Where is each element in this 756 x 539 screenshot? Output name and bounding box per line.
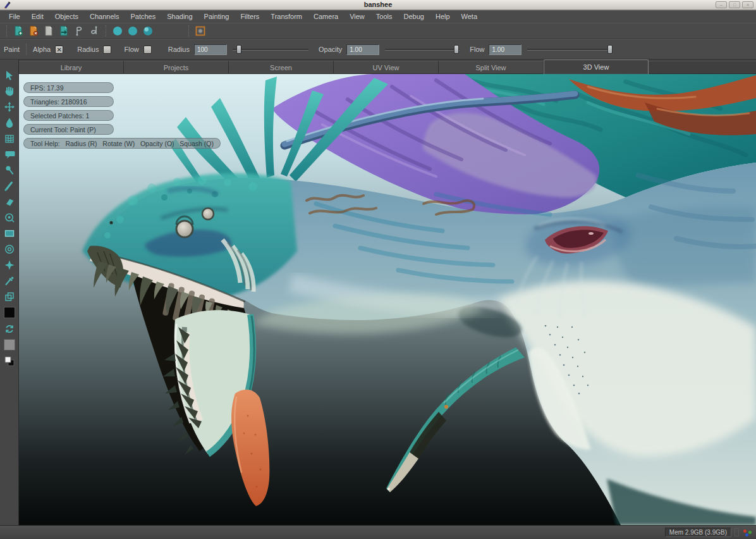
menu-patches[interactable]: Patches <box>125 11 161 23</box>
menu-shading[interactable]: Shading <box>161 11 198 23</box>
magic-wand-icon[interactable] <box>2 257 17 273</box>
brush-small-icon[interactable] <box>111 25 124 37</box>
window-title: banshee <box>0 0 756 9</box>
pen-path-icon[interactable] <box>73 25 85 37</box>
brush-sphere-icon[interactable] <box>142 25 154 37</box>
menu-objects[interactable]: Objects <box>49 11 84 23</box>
eyedropper-icon[interactable] <box>2 273 17 288</box>
hud-fps: FPS: 17.39 <box>23 82 114 93</box>
menu-debug[interactable]: Debug <box>398 11 430 23</box>
select-tool-icon[interactable] <box>2 67 17 83</box>
projection-icon[interactable] <box>194 25 207 37</box>
tab-uv-view[interactable]: UV View <box>334 61 439 74</box>
curve-tool-icon[interactable] <box>88 25 101 37</box>
menu-weta[interactable]: Weta <box>456 11 483 23</box>
maximize-button[interactable]: □ <box>729 1 740 8</box>
tab-screen[interactable]: Screen <box>229 61 334 74</box>
close-button[interactable]: × <box>742 1 753 8</box>
hud-selected-patches: Selected Patches: 1 <box>23 110 114 121</box>
menu-transform[interactable]: Transform <box>265 11 308 23</box>
menu-edit[interactable]: Edit <box>26 11 49 23</box>
radius-input[interactable] <box>194 44 227 55</box>
menu-bar: File Edit Objects Channels Patches Shadi… <box>0 10 756 23</box>
hud-current-tool: Current Tool: Paint (P) <box>23 124 114 135</box>
menu-help[interactable]: Help <box>430 11 456 23</box>
toolbar-separator <box>26 44 27 55</box>
opacity-slider[interactable] <box>385 45 460 54</box>
flow-slider[interactable] <box>527 45 613 54</box>
menu-file[interactable]: File <box>3 11 26 23</box>
pin-icon[interactable] <box>2 162 17 178</box>
move-tool-icon[interactable] <box>2 99 17 115</box>
smudge-bubble-icon[interactable] <box>2 146 17 162</box>
save-project-icon[interactable] <box>42 25 55 37</box>
new-project-icon[interactable] <box>12 25 25 37</box>
radius-label: Radius <box>168 46 190 53</box>
minimize-button[interactable]: – <box>716 1 727 8</box>
title-bar[interactable]: banshee – □ × <box>0 0 756 10</box>
copy-patch-icon[interactable] <box>2 288 17 304</box>
radius-slider[interactable] <box>233 45 308 54</box>
rgb-channels-icon[interactable] <box>742 528 753 537</box>
opacity-input[interactable] <box>346 44 379 55</box>
gradient-rings-icon[interactable] <box>2 241 17 257</box>
toolbar-separator <box>106 25 106 37</box>
tab-projects[interactable]: Projects <box>124 61 229 74</box>
flow-label: Flow <box>470 46 484 53</box>
opacity-label: Opacity <box>319 46 342 53</box>
pencil-app-icon <box>2 1 11 9</box>
menu-view[interactable]: View <box>344 11 370 23</box>
flow-input[interactable] <box>489 44 521 55</box>
radius-checkbox[interactable] <box>103 46 111 54</box>
statusbar-grip[interactable] <box>735 528 739 536</box>
paint-brush-icon[interactable] <box>2 178 17 194</box>
current-tool-label: Paint <box>4 46 20 53</box>
hud-triangles: Triangles: 2180916 <box>23 96 114 107</box>
flow-toggle-label: Flow <box>124 46 138 53</box>
hud-overlay: FPS: 17.39 Triangles: 2180916 Selected P… <box>23 82 221 149</box>
alpha-label: Alpha <box>33 46 51 53</box>
clone-stamp-icon[interactable] <box>2 209 17 225</box>
radius-toggle-label: Radius <box>77 46 99 53</box>
warp-grid-icon[interactable] <box>2 130 17 146</box>
memory-indicator: Mem 2.9GB (3.9GB) <box>665 528 731 537</box>
menu-camera[interactable]: Camera <box>308 11 344 23</box>
main-toolbar <box>0 23 756 39</box>
default-colors-icon[interactable] <box>2 353 17 369</box>
paint-drop-icon[interactable] <box>2 115 17 130</box>
flow-checkbox[interactable] <box>143 46 152 54</box>
marquee-rect-icon[interactable] <box>2 225 17 241</box>
app-window: banshee – □ × File Edit Objects Channels… <box>0 0 756 539</box>
eraser-icon[interactable] <box>2 194 17 209</box>
toolbar-separator <box>6 25 7 37</box>
view-tab-strip: Library Projects Screen UV View Split Vi… <box>19 59 756 74</box>
hud-tool-help: Tool Help: Radius (R) Rotate (W) Opacity… <box>23 138 221 149</box>
menu-filters[interactable]: Filters <box>235 11 265 23</box>
menu-painting[interactable]: Painting <box>198 11 235 23</box>
tab-library[interactable]: Library <box>19 61 124 74</box>
close-project-icon[interactable] <box>27 25 40 37</box>
tool-sidebar <box>0 59 19 525</box>
swap-colors-icon[interactable] <box>2 321 17 337</box>
alpha-checkbox[interactable]: ✕ <box>55 46 63 54</box>
menu-tools[interactable]: Tools <box>370 11 398 23</box>
foreground-color-swatch[interactable] <box>2 304 17 321</box>
tab-split-view[interactable]: Split View <box>439 61 544 74</box>
tab-3d-view[interactable]: 3D View <box>544 59 649 74</box>
toolbar-separator <box>188 25 189 37</box>
brush-medium-icon[interactable] <box>126 25 139 37</box>
menu-channels[interactable]: Channels <box>84 11 125 23</box>
paint-properties-bar: Paint Alpha ✕ Radius Flow Radius Opacity… <box>0 39 756 59</box>
tab-strip-filler <box>649 61 756 74</box>
3d-viewport[interactable]: FPS: 17.39 Triangles: 2180916 Selected P… <box>19 74 756 525</box>
pan-hand-icon[interactable] <box>2 83 17 99</box>
import-icon[interactable] <box>58 25 70 37</box>
background-color-swatch[interactable] <box>2 337 17 353</box>
status-bar: Mem 2.9GB (3.9GB) <box>0 525 756 539</box>
